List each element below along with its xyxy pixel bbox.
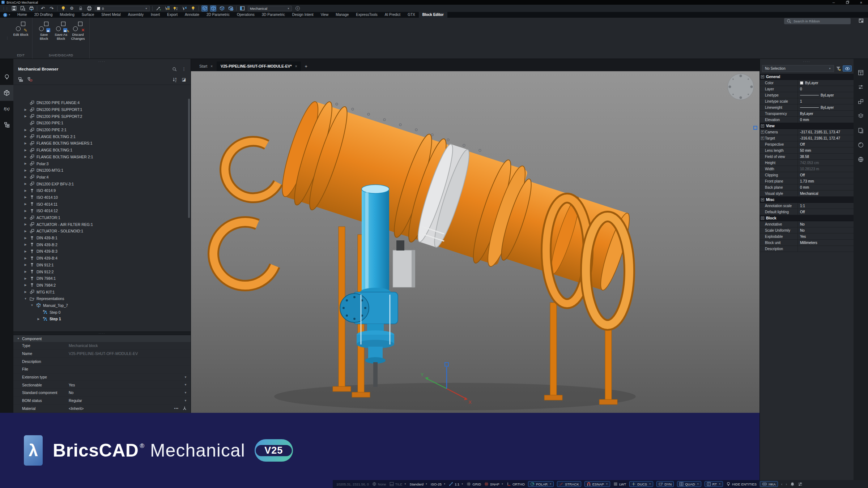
bulb-on-icon[interactable] [60,5,66,12]
property-value[interactable]: 0 mm [798,117,854,123]
scrollbar[interactable] [188,99,190,218]
tab-insert[interactable]: Insert [147,12,163,18]
model-canvas[interactable]: Y X [191,71,760,413]
property-value[interactable]: Mechanical [798,191,854,196]
expand-arrow-icon[interactable]: ▶ [24,135,27,138]
bulb-select-icon[interactable] [190,5,196,12]
property-value[interactable]: No [798,221,854,227]
application-menu-button[interactable]: λ ▼ [0,13,14,17]
expand-arrow-icon[interactable]: ▼ [24,297,27,300]
status-chevron-left-icon[interactable]: ‹ [781,481,783,487]
close-icon[interactable]: × [295,64,297,68]
collapse-icon[interactable]: − [761,217,764,220]
tree-item[interactable]: ▶DIN 7984:1 [13,275,191,282]
expand-arrow-icon[interactable]: ▶ [24,209,27,213]
chevron-down-icon[interactable]: ▼ [184,399,187,402]
expand-arrow-icon[interactable]: ▶ [24,230,27,233]
chevron-down-icon[interactable]: ▼ [461,483,463,485]
selection-dropdown[interactable]: No Selection ▼ [762,65,834,72]
expand-arrow-icon[interactable]: ▶ [24,223,27,226]
save-as-block-button[interactable]: ✎Save As Block [52,18,69,53]
property-value[interactable]: 0 mm [798,184,854,190]
cursor-cross-icon[interactable] [181,5,187,12]
status-snap[interactable]: SNAP▼ [484,481,503,487]
property-value[interactable]: V25-PIPELINE-SHUT-OFF-MODULE-EV [69,351,187,356]
property-value[interactable]: Off [798,172,854,178]
redo-icon[interactable]: ↷ [48,5,55,12]
tab-manage[interactable]: Manage [332,12,352,18]
property-value[interactable]: No [798,227,854,233]
property-value[interactable]: Off [798,141,854,147]
undo-icon[interactable]: ↶ [40,5,46,12]
tab-gtx[interactable]: GTX [404,12,419,18]
status-lwt[interactable]: LWT [613,481,626,487]
property-value[interactable]: Off [798,209,854,215]
sheets-icon[interactable] [858,128,864,133]
property-value[interactable]: Yes [69,383,184,387]
grip-icon[interactable]: ⋮⋮ [2,5,8,12]
sort-icon[interactable]: AZ [173,77,178,82]
tab-expresstools[interactable]: ExpressTools [352,12,381,18]
kebab-icon[interactable]: ⋮ [182,67,186,72]
section-header-misc[interactable]: −Misc [760,197,854,203]
discard-changes-button[interactable]: ×Discard Changes [69,18,86,53]
status-sliders-icon[interactable] [798,481,803,487]
expand-arrow-icon[interactable]: ▶ [24,250,27,253]
tree-item[interactable]: ▶ISO 4014:10 [13,194,191,201]
property-value[interactable]: -316.61, 2186.11, 172.47 [798,135,854,141]
tab-ai-predict[interactable]: AI Predict [381,12,404,18]
tree-item[interactable]: DN1200 PIPE:1 [13,120,191,127]
expand-arrow-icon[interactable]: ▶ [24,142,27,145]
property-value[interactable]: 10.28123 m [798,166,854,172]
tree-item[interactable]: ▶DIN 912:2 [13,268,191,275]
property-value[interactable]: ByLayer [798,80,854,86]
ribbon-search-input[interactable]: Search in Ribbon [784,18,851,24]
tab-modeling[interactable]: Modeling [56,12,78,18]
property-value[interactable]: ByLayer [798,104,854,110]
property-value[interactable]: <Inherit> [69,406,174,411]
expand-arrow-icon[interactable]: ▶ [24,149,27,152]
expand-arrow-icon[interactable]: ▶ [24,277,27,280]
status-1-1[interactable]: 1:1▼ [449,481,463,487]
section-header-view[interactable]: −View [760,123,854,129]
cube-front-icon[interactable] [201,5,208,12]
collapse-icon[interactable]: − [761,198,764,201]
expand-arrow-icon[interactable]: ▶ [24,283,27,287]
tree-item[interactable]: ▶DIN 439-B:1 [13,235,191,241]
tree-item[interactable]: ▶Polar:3 [13,160,191,167]
property-value[interactable]: Yes [798,234,854,239]
tree-item[interactable]: ▶ISO 4014:12 [13,207,191,214]
status-grid[interactable]: GRID [467,481,481,487]
section-header-block[interactable]: −Block [760,215,854,221]
status-ortho[interactable]: ORTHO [507,481,525,487]
insert-block-icon[interactable] [18,77,23,82]
expand-arrow-icon[interactable]: ▶ [24,202,27,206]
tab-design-intent[interactable]: Design Intent [289,12,317,18]
tree-item[interactable]: ▶DN1200 EXP BFV-3:1 [13,180,191,187]
tree-item[interactable]: ▼Representations [13,295,191,302]
property-value[interactable]: ByLayer [798,111,854,116]
tree-item[interactable]: ▶FLANGE BOLTING 2:1 [13,133,191,140]
navigation-compass[interactable] [728,74,754,100]
property-value[interactable]: 1 [798,98,854,104]
property-value[interactable]: 50 mm [798,147,854,153]
status-rt[interactable]: RT▼ [705,481,723,487]
collapse-icon[interactable]: − [761,75,764,78]
tree-item[interactable]: ▶DIN 439-B:2 [13,241,191,248]
display-mode-icon[interactable]: ◪ [182,77,186,82]
help-icon[interactable]: ? [294,5,301,12]
tree-item[interactable]: ▶FLANGE BOLTING WASHER 2:1 [13,154,191,160]
property-value[interactable]: Regular [69,398,184,403]
tree-item[interactable]: ▶ACTUATOR:1 [13,214,191,221]
status-hide-entities[interactable]: HIDE ENTITIES [726,481,757,487]
section-header-general[interactable]: −General [760,74,854,80]
chevron-down-icon[interactable]: ▼ [697,483,699,485]
status-standard[interactable]: Standard▼ [410,481,428,487]
bulb-pair-icon[interactable] [173,5,179,12]
tree-item[interactable]: ▼Manual_Top_7 [13,302,191,309]
tab-2d-drafting[interactable]: 2D Drafting [31,12,56,18]
expand-arrow-icon[interactable]: ▶ [24,196,27,199]
expand-arrow-icon[interactable]: ▶ [24,162,27,165]
save-icon[interactable] [11,5,17,12]
tab-export[interactable]: Export [163,12,181,18]
